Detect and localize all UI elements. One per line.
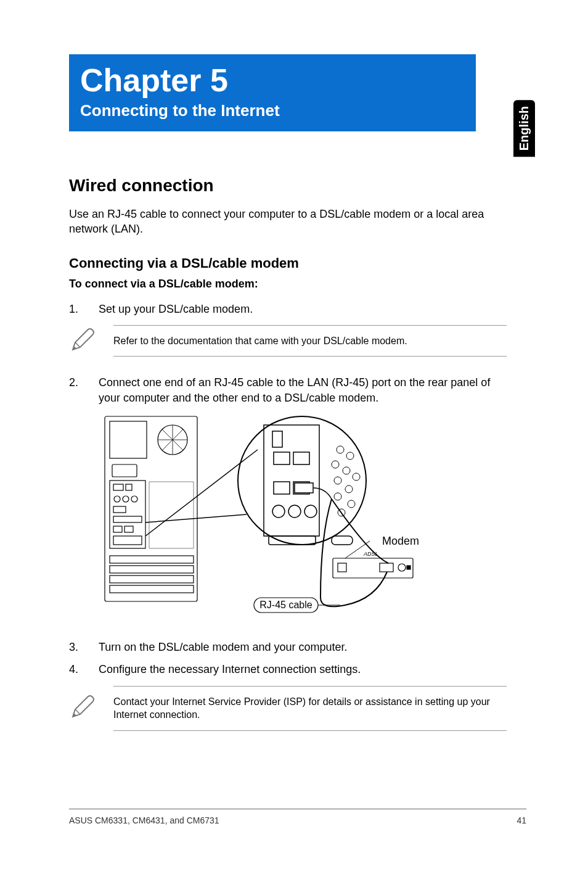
svg-line-24 <box>145 514 247 522</box>
note-text: Contact your Internet Service Provider (… <box>113 694 507 723</box>
svg-rect-10 <box>126 484 132 490</box>
step-text: Turn on the DSL/cable modem and your com… <box>99 640 348 654</box>
svg-rect-20 <box>110 566 194 573</box>
step-number: 4. <box>69 662 99 677</box>
step-item: 1. Set up your DSL/cable modem. <box>69 302 507 316</box>
note-block: Contact your Internet Service Provider (… <box>69 686 507 731</box>
svg-point-51 <box>398 564 406 571</box>
step-text: Set up your DSL/cable modem. <box>99 302 253 316</box>
page-footer: ASUS CM6331, CM6431, and CM6731 41 <box>69 809 526 825</box>
step-number: 3. <box>69 640 99 654</box>
svg-point-11 <box>114 496 120 502</box>
svg-rect-35 <box>295 483 313 493</box>
footer-model: ASUS CM6331, CM6431, and CM6731 <box>69 815 219 825</box>
svg-rect-15 <box>113 516 142 522</box>
svg-rect-17 <box>125 526 133 532</box>
svg-rect-14 <box>113 506 126 513</box>
svg-rect-1 <box>110 421 147 458</box>
section-heading: Wired connection <box>69 176 507 196</box>
step-item: 3. Turn on the DSL/cable modem and your … <box>69 640 507 654</box>
pencil-icon <box>69 326 96 356</box>
step-item: 2. Connect one end of an RJ-45 cable to … <box>69 375 507 405</box>
svg-rect-21 <box>110 576 194 583</box>
chapter-subtitle: Connecting to the Internet <box>80 101 465 120</box>
svg-point-13 <box>131 496 137 502</box>
note-block: Refer to the documentation that came wit… <box>69 325 507 357</box>
page-content: Wired connection Use an RJ-45 cable to c… <box>69 131 507 731</box>
svg-rect-0 <box>105 416 197 601</box>
footer-page-number: 41 <box>517 815 526 825</box>
step-text: Connect one end of an RJ-45 cable to the… <box>99 375 507 405</box>
step-item: 4. Configure the necessary Internet conn… <box>69 662 507 677</box>
step-text: Configure the necessary Internet connect… <box>99 662 361 677</box>
svg-rect-18 <box>113 536 142 545</box>
subsection-lead: To connect via a DSL/cable modem: <box>69 278 507 291</box>
svg-point-12 <box>123 496 129 502</box>
diagram-label-modem: Modem <box>382 535 419 547</box>
subsection-heading: Connecting via a DSL/cable modem <box>69 255 507 271</box>
note-body: Refer to the documentation that came wit… <box>113 325 507 357</box>
note-body: Contact your Internet Service Provider (… <box>113 686 507 731</box>
note-text: Refer to the documentation that came wit… <box>113 333 507 349</box>
language-tab: English <box>513 100 535 157</box>
svg-point-23 <box>238 416 366 545</box>
svg-rect-52 <box>407 566 410 569</box>
section-intro: Use an RJ-45 cable to connect your compu… <box>69 207 507 237</box>
svg-rect-19 <box>110 556 194 563</box>
svg-rect-50 <box>380 563 393 572</box>
pencil-icon <box>69 693 96 723</box>
step-number: 2. <box>69 375 99 405</box>
svg-rect-37 <box>332 536 353 545</box>
svg-rect-7 <box>112 464 137 477</box>
steps-list: 3. Turn on the DSL/cable modem and your … <box>69 640 507 677</box>
chapter-title: Chapter 5 <box>80 62 465 99</box>
svg-rect-49 <box>338 563 346 572</box>
steps-list: 1. Set up your DSL/cable modem. <box>69 302 507 316</box>
step-number: 1. <box>69 302 99 316</box>
svg-rect-9 <box>113 484 123 490</box>
diagram-label-cable: RJ-45 cable <box>259 600 312 610</box>
svg-rect-16 <box>113 526 122 532</box>
svg-rect-22 <box>110 585 194 593</box>
connection-diagram: ADSL Modem RJ-45 cable <box>99 413 419 622</box>
steps-list: 2. Connect one end of an RJ-45 cable to … <box>69 375 507 405</box>
chapter-banner: Chapter 5 Connecting to the Internet <box>69 54 476 131</box>
